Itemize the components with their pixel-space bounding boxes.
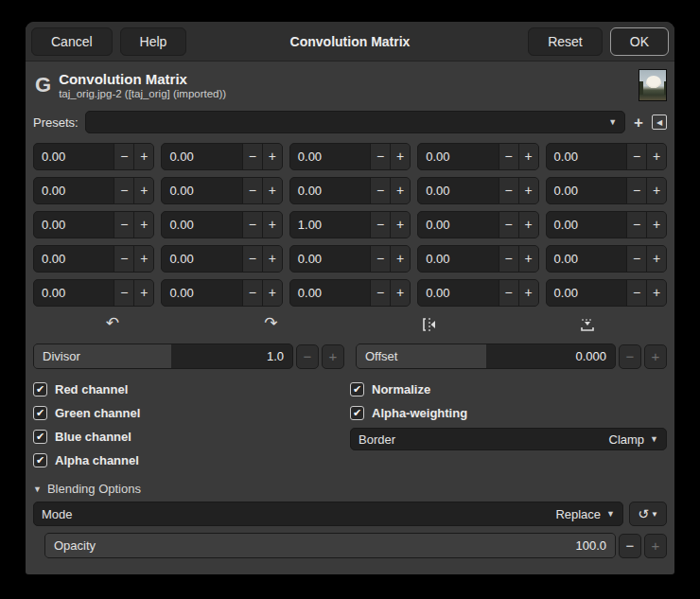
matrix-cell-4-1[interactable]: 0.00−+ bbox=[161, 279, 282, 307]
increment-button[interactable]: + bbox=[646, 246, 666, 272]
decrement-button[interactable]: − bbox=[114, 178, 133, 203]
mode-combobox[interactable]: Mode Replace ▼ bbox=[33, 502, 623, 526]
matrix-cell-0-3[interactable]: 0.00−+ bbox=[417, 143, 538, 170]
preset-menu-button[interactable]: ◀ bbox=[652, 115, 667, 130]
matrix-cell-value[interactable]: 0.00 bbox=[418, 178, 498, 203]
presets-combobox[interactable]: ▼ bbox=[85, 111, 625, 133]
matrix-cell-value[interactable]: 0.00 bbox=[34, 212, 114, 238]
checkbox-row[interactable]: ✔Blue channel bbox=[33, 425, 350, 449]
matrix-cell-1-2[interactable]: 0.00−+ bbox=[289, 177, 411, 204]
border-combobox[interactable]: BorderClamp▼ bbox=[350, 428, 667, 450]
matrix-cell-0-0[interactable]: 0.00−+ bbox=[33, 143, 154, 170]
increment-button[interactable]: + bbox=[518, 178, 538, 203]
matrix-cell-2-2[interactable]: 1.00−+ bbox=[289, 211, 411, 238]
flip-horizontal-button[interactable] bbox=[350, 314, 509, 333]
ok-button[interactable]: OK bbox=[610, 27, 669, 56]
divisor-slider[interactable]: Divisor 1.0 bbox=[33, 344, 293, 369]
checkbox[interactable]: ✔ bbox=[33, 406, 47, 420]
matrix-cell-value[interactable]: 0.00 bbox=[547, 280, 626, 306]
decrement-button[interactable]: − bbox=[370, 280, 390, 306]
matrix-cell-4-2[interactable]: 0.00−+ bbox=[289, 279, 411, 307]
matrix-cell-value[interactable]: 0.00 bbox=[290, 144, 370, 169]
checkbox[interactable]: ✔ bbox=[33, 453, 47, 467]
decrement-button[interactable]: − bbox=[242, 246, 262, 272]
matrix-cell-2-3[interactable]: 0.00−+ bbox=[417, 211, 538, 238]
matrix-cell-3-2[interactable]: 0.00−+ bbox=[289, 245, 411, 273]
decrement-button[interactable]: − bbox=[114, 212, 133, 238]
matrix-cell-1-4[interactable]: 0.00−+ bbox=[546, 177, 667, 204]
matrix-cell-3-1[interactable]: 0.00−+ bbox=[161, 245, 282, 273]
decrement-button[interactable]: − bbox=[114, 144, 133, 169]
decrement-button[interactable]: − bbox=[242, 212, 262, 238]
matrix-cell-value[interactable]: 0.00 bbox=[547, 178, 626, 203]
matrix-cell-value[interactable]: 0.00 bbox=[34, 246, 114, 272]
offset-slider[interactable]: Offset 0.000 bbox=[356, 344, 616, 369]
matrix-cell-value[interactable]: 0.00 bbox=[34, 144, 114, 169]
checkbox-row[interactable]: ✔Alpha channel bbox=[33, 449, 350, 472]
decrement-button[interactable]: − bbox=[370, 178, 390, 203]
matrix-cell-value[interactable]: 0.00 bbox=[418, 144, 498, 169]
checkbox[interactable]: ✔ bbox=[350, 382, 364, 396]
increment-button[interactable]: + bbox=[133, 246, 153, 272]
matrix-cell-value[interactable]: 0.00 bbox=[162, 246, 241, 272]
matrix-cell-4-4[interactable]: 0.00−+ bbox=[546, 279, 667, 307]
matrix-cell-value[interactable]: 0.00 bbox=[418, 280, 498, 306]
matrix-cell-value[interactable]: 0.00 bbox=[547, 212, 626, 238]
add-preset-button[interactable]: + bbox=[632, 115, 645, 131]
matrix-cell-value[interactable]: 0.00 bbox=[290, 280, 370, 306]
increment-button[interactable]: + bbox=[262, 144, 282, 169]
checkbox-row[interactable]: ✔Alpha-weighting bbox=[350, 401, 667, 425]
matrix-cell-3-4[interactable]: 0.00−+ bbox=[546, 245, 667, 273]
increment-button[interactable]: + bbox=[262, 178, 282, 203]
checkbox[interactable]: ✔ bbox=[33, 382, 47, 396]
matrix-cell-value[interactable]: 0.00 bbox=[34, 280, 114, 306]
increment-button[interactable]: + bbox=[518, 246, 538, 272]
decrement-button[interactable]: − bbox=[114, 280, 133, 306]
matrix-cell-0-4[interactable]: 0.00−+ bbox=[546, 143, 667, 170]
matrix-cell-0-1[interactable]: 0.00−+ bbox=[161, 143, 282, 170]
checkbox[interactable]: ✔ bbox=[33, 430, 47, 444]
opacity-decrement-button[interactable]: − bbox=[619, 534, 641, 558]
help-button[interactable]: Help bbox=[120, 27, 187, 56]
decrement-button[interactable]: − bbox=[370, 212, 390, 238]
matrix-cell-value[interactable]: 1.00 bbox=[290, 212, 370, 238]
decrement-button[interactable]: − bbox=[626, 280, 646, 306]
increment-button[interactable]: + bbox=[262, 212, 282, 238]
decrement-button[interactable]: − bbox=[499, 212, 518, 238]
increment-button[interactable]: + bbox=[646, 212, 666, 238]
increment-button[interactable]: + bbox=[390, 246, 410, 272]
decrement-button[interactable]: − bbox=[499, 280, 518, 306]
offset-increment-button[interactable]: + bbox=[644, 344, 667, 369]
checkbox-row[interactable]: ✔Red channel bbox=[33, 378, 350, 401]
increment-button[interactable]: + bbox=[133, 212, 153, 238]
checkbox-row[interactable]: ✔Normalize bbox=[350, 378, 667, 401]
flip-vertical-button[interactable] bbox=[509, 314, 668, 333]
divisor-decrement-button[interactable]: − bbox=[296, 344, 319, 369]
decrement-button[interactable]: − bbox=[626, 246, 646, 272]
split-view-checkbox-row[interactable]: Split view bbox=[593, 572, 667, 574]
matrix-cell-value[interactable]: 0.00 bbox=[418, 212, 498, 238]
decrement-button[interactable]: − bbox=[370, 144, 390, 169]
decrement-button[interactable]: − bbox=[626, 178, 646, 203]
increment-button[interactable]: + bbox=[646, 280, 666, 306]
matrix-cell-3-3[interactable]: 0.00−+ bbox=[417, 245, 538, 273]
matrix-cell-value[interactable]: 0.00 bbox=[547, 246, 626, 272]
increment-button[interactable]: + bbox=[133, 280, 153, 306]
increment-button[interactable]: + bbox=[646, 144, 666, 169]
matrix-cell-value[interactable]: 0.00 bbox=[162, 280, 241, 306]
offset-value[interactable]: 0.000 bbox=[575, 344, 606, 368]
increment-button[interactable]: + bbox=[518, 212, 538, 238]
opacity-slider[interactable]: Opacity 100.0 bbox=[44, 533, 616, 558]
increment-button[interactable]: + bbox=[390, 144, 410, 169]
decrement-button[interactable]: − bbox=[499, 144, 518, 169]
matrix-cell-value[interactable]: 0.00 bbox=[162, 212, 241, 238]
increment-button[interactable]: + bbox=[646, 178, 666, 203]
decrement-button[interactable]: − bbox=[114, 246, 133, 272]
matrix-cell-value[interactable]: 0.00 bbox=[162, 144, 241, 169]
matrix-cell-value[interactable]: 0.00 bbox=[34, 178, 114, 203]
cancel-button[interactable]: Cancel bbox=[31, 27, 113, 56]
matrix-cell-3-0[interactable]: 0.00−+ bbox=[33, 245, 154, 273]
blending-options-expander[interactable]: ▼ Blending Options bbox=[26, 472, 674, 500]
matrix-cell-2-1[interactable]: 0.00−+ bbox=[161, 211, 282, 238]
increment-button[interactable]: + bbox=[262, 246, 282, 272]
